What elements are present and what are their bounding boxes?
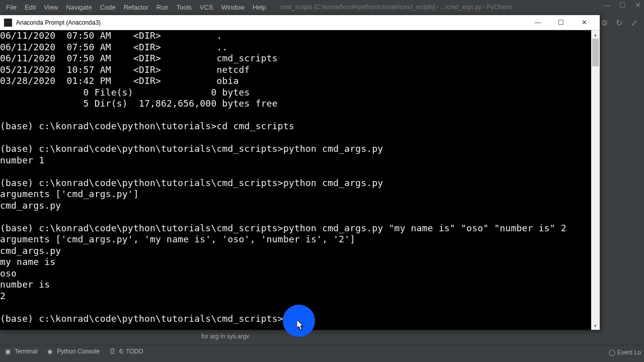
terminal-maximize-button[interactable]: ☐ — [549, 15, 573, 30]
python-console-icon: ◉ — [47, 348, 54, 354]
menu-tools[interactable]: Tools — [173, 2, 196, 13]
scroll-up-icon[interactable]: ▴ — [591, 30, 600, 39]
menu-view[interactable]: View — [40, 2, 62, 13]
terminal-title: Anaconda Prompt (Anaconda3) — [16, 19, 101, 26]
scroll-track[interactable] — [591, 39, 600, 321]
menu-edit[interactable]: Edit — [21, 2, 40, 13]
tab-terminal-label: Terminal — [15, 348, 37, 355]
ide-close-button[interactable]: ✕ — [635, 1, 641, 9]
menu-help[interactable]: Help — [249, 2, 270, 13]
terminal-tab-icon: ▣ — [5, 348, 12, 354]
terminal-window-controls: — ☐ ✕ — [526, 15, 596, 30]
tab-todo[interactable]: ☲ 6: TODO — [105, 346, 148, 357]
menu-navigate[interactable]: Navigate — [62, 2, 96, 13]
scroll-thumb[interactable] — [592, 39, 599, 66]
refresh-icon[interactable]: ↻ — [616, 18, 625, 27]
terminal-titlebar[interactable]: Anaconda Prompt (Anaconda3) — ☐ ✕ — [0, 15, 600, 30]
tab-todo-label: 6: TODO — [119, 348, 143, 355]
ide-window-controls: — ☐ ✕ — [603, 1, 641, 9]
ide-bottom-toolbar: ▣ Terminal ◉ Python Console ☲ 6: TODO — [0, 345, 644, 357]
event-log-button[interactable]: ◯ Event Lo — [609, 349, 641, 356]
editor-hint: for arg in sys.argv — [161, 331, 289, 342]
ide-menubar: File Edit View Navigate Code Refactor Ru… — [0, 0, 644, 14]
ide-minimize-button[interactable]: — — [603, 1, 610, 9]
terminal-window: Anaconda Prompt (Anaconda3) — ☐ ✕ 06/11/… — [0, 15, 600, 330]
tab-python-console-label: Python Console — [57, 348, 100, 355]
terminal-output: 06/11/2020 07:50 AM <DIR> . 06/11/2020 0… — [0, 30, 567, 324]
scroll-down-icon[interactable]: ▾ — [591, 321, 600, 330]
ide-maximize-button[interactable]: ☐ — [619, 1, 626, 9]
terminal-minimize-button[interactable]: — — [526, 15, 549, 30]
menu-code[interactable]: Code — [96, 2, 120, 13]
menu-vcs[interactable]: VCS — [196, 2, 217, 13]
gear-icon[interactable]: ⚙ — [601, 18, 610, 27]
terminal-scrollbar[interactable]: ▴ ▾ — [591, 30, 600, 330]
todo-icon: ☲ — [110, 348, 116, 354]
terminal-body[interactable]: 06/11/2020 07:50 AM <DIR> . 06/11/2020 0… — [0, 30, 600, 330]
mouse-cursor-icon — [297, 320, 305, 333]
terminal-close-button[interactable]: ✕ — [573, 15, 596, 30]
menu-run[interactable]: Run — [152, 2, 173, 13]
expand-icon[interactable]: ⤢ — [631, 18, 640, 27]
tab-python-console[interactable]: ◉ Python Console — [42, 346, 105, 357]
terminal-icon — [4, 19, 12, 27]
ide-status-bar: ◯ Event Lo — [609, 349, 641, 356]
ide-right-toolbar: ⚙ ↻ ⤢ — [601, 18, 640, 27]
menu-file[interactable]: File — [2, 2, 21, 13]
menu-refactor[interactable]: Refactor — [120, 2, 152, 13]
ide-title-path: cmd_scripts [C:\konrad\code\python\tutor… — [280, 4, 512, 11]
menu-window[interactable]: Window — [217, 2, 249, 13]
tab-terminal[interactable]: ▣ Terminal — [0, 346, 42, 357]
